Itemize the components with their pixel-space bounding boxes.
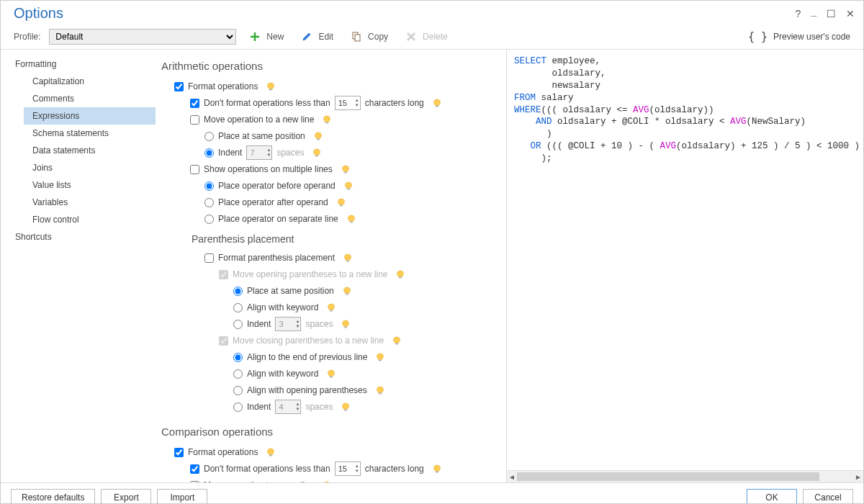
window-title: Options [14,5,63,22]
tree-item-data-statements[interactable]: Data statements [24,142,156,159]
import-button[interactable]: Import [157,489,207,505]
delete-label: Delete [423,32,448,42]
p-indent-input[interactable]: 3▲▼ [275,317,301,331]
bulb-icon[interactable] [376,353,384,361]
move-close-label: Move closing parentheses to a new line [233,336,384,346]
bulb-icon[interactable] [392,336,401,345]
c-alignend-label: Align to the end of previous line [247,352,367,362]
bulb-icon[interactable] [433,99,441,107]
profile-label: Profile: [14,32,40,42]
place-same-label: Place at same position [218,131,305,141]
new-button[interactable]: New [245,30,288,44]
nav-tree: Formatting CapitalizationCommentsExpress… [1,50,156,482]
tree-item-joins[interactable]: Joins [24,159,156,176]
move-open-label: Move opening parentheses to a new line [233,269,387,279]
footer: Restore defaults Export Import OK Cancel [1,482,863,504]
bulb-icon[interactable] [433,464,441,473]
op-sep-radio[interactable] [204,215,214,224]
code-preview-pane: SELECT employee, oldsalary, newsalary FR… [506,50,863,482]
bulb-icon[interactable] [266,448,275,456]
bulb-icon[interactable] [323,115,331,124]
copy-button[interactable]: Copy [346,30,392,44]
tree-item-schema-statements[interactable]: Schema statements [24,125,156,142]
export-button[interactable]: Export [101,489,151,505]
dont-format-value-input[interactable]: 15▲▼ [335,96,361,110]
show-multi-checkbox[interactable] [190,165,199,174]
titlebar: Options ? _ ☐ ✕ [1,1,863,22]
profile-select[interactable]: Default [49,29,236,45]
comp-dont-format-checkbox[interactable] [190,464,199,474]
comp-format-checkbox[interactable] [174,448,184,457]
minimize-icon[interactable]: _ [811,6,816,17]
c-alignkw-radio[interactable] [233,369,243,379]
c-indent-radio[interactable] [233,402,243,412]
bulb-icon[interactable] [343,287,351,295]
tree-item-comments[interactable]: Comments [24,90,156,107]
scroll-left-icon[interactable]: ◄ [508,473,516,481]
dont-format-label: Don't format operations less than [204,98,330,108]
dont-format-checkbox[interactable] [190,99,199,108]
horizontal-scrollbar[interactable]: ◄ ► [507,470,863,482]
bulb-icon[interactable] [343,253,352,262]
copy-icon [351,31,362,42]
comp-move-newline-checkbox[interactable] [190,481,199,483]
tree-item-value-lists[interactable]: Value lists [24,176,156,194]
help-icon[interactable]: ? [795,9,801,19]
bulb-icon[interactable] [312,148,321,157]
p-alignkw-label: Align with keyword [247,302,318,312]
p-indent-label: Indent [247,319,271,329]
tree-item-flow-control[interactable]: Flow control [24,211,156,228]
p-alignkw-radio[interactable] [233,303,243,312]
tree-formatting[interactable]: Formatting [6,55,156,73]
section-arithmetic: Arithmetic operations [161,60,489,72]
bulb-icon[interactable] [337,198,346,207]
bulb-icon[interactable] [327,369,336,378]
indent-value-input[interactable]: 7▲▼ [246,145,272,160]
bulb-icon[interactable] [344,181,353,190]
comp-dont-format-label: Don't format operations less than [204,464,330,474]
indent-radio[interactable] [204,148,214,158]
op-before-radio[interactable] [204,181,214,191]
bulb-icon[interactable] [341,165,350,174]
bulb-icon[interactable] [396,270,405,279]
copy-label: Copy [368,32,388,42]
bulb-icon[interactable] [376,386,384,395]
preview-users-code-button[interactable]: { } Preview user's code [748,30,850,43]
maximize-icon[interactable]: ☐ [827,9,836,19]
format-ops-checkbox[interactable] [174,82,184,91]
c-indent-input[interactable]: 4▲▼ [275,400,301,414]
close-icon[interactable]: ✕ [846,9,855,19]
edit-button[interactable]: Edit [297,30,338,44]
place-same-radio[interactable] [204,132,214,141]
tree-shortcuts[interactable]: Shortcuts [6,228,156,246]
bulb-icon[interactable] [341,402,350,411]
cancel-button[interactable]: Cancel [803,489,853,505]
c-alignend-radio[interactable] [233,353,243,362]
bulb-icon[interactable] [323,481,331,482]
indent-label: Indent [218,148,242,158]
spaces-label: spaces [305,402,333,412]
bulb-icon[interactable] [341,320,350,328]
p-indent-radio[interactable] [233,320,243,329]
toolbar: Profile: Default New Edit Copy Delete { … [1,22,863,50]
format-paren-checkbox[interactable] [204,253,214,263]
bulb-icon[interactable] [327,303,336,312]
edit-label: Edit [318,32,333,42]
plus-icon [249,31,261,42]
chars-long-label: characters long [365,98,424,108]
tree-item-capitalization[interactable]: Capitalization [24,73,156,90]
restore-defaults-button[interactable]: Restore defaults [11,489,95,505]
scroll-right-icon[interactable]: ► [855,473,862,481]
tree-item-variables[interactable]: Variables [24,194,156,211]
delete-icon [405,31,417,42]
ok-button[interactable]: OK [747,489,797,505]
tree-item-expressions[interactable]: Expressions [24,107,156,125]
bulb-icon[interactable] [347,215,356,223]
p-same-radio[interactable] [233,287,243,296]
bulb-icon[interactable] [314,132,323,140]
move-newline-checkbox[interactable] [190,115,199,125]
op-after-radio[interactable] [204,198,214,207]
comp-dont-format-input[interactable]: 15▲▼ [335,462,361,476]
bulb-icon[interactable] [266,82,275,91]
c-alignopen-radio[interactable] [233,386,243,395]
